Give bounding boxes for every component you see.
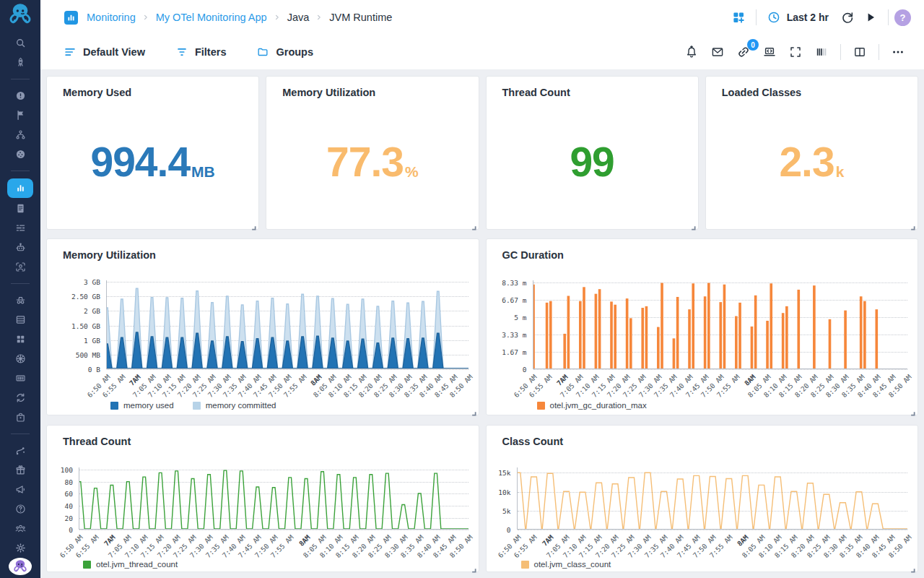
chart-card-gc-duration[interactable]: GC Duration8.33 m6.67 m5 m3.33 m1.67 m06… [486, 238, 919, 415]
mail-button[interactable] [706, 40, 729, 64]
stat-card-title: Thread Count [502, 87, 570, 98]
sidebar-item-globe[interactable] [7, 145, 33, 163]
chart-plot-area[interactable] [517, 467, 908, 530]
toolbar-divider [840, 44, 841, 60]
help-button[interactable]: ? [894, 9, 911, 26]
split-view-button[interactable] [848, 40, 871, 64]
y-tick-label: 1.50 GB [47, 322, 100, 330]
y-tick-label: 0 [47, 526, 73, 534]
time-range-label[interactable]: Last 2 hr [787, 12, 829, 23]
resize-handle[interactable] [909, 563, 915, 569]
refresh-icon [840, 10, 855, 25]
barcode-icon [14, 372, 27, 384]
y-tick-label: 0 [487, 366, 527, 374]
sidebar-item-settings[interactable] [7, 539, 33, 557]
chart-card-class-count[interactable]: Class Count15k10k5k06:50 AM6:55 AM7AM7:0… [486, 425, 919, 572]
groups-label: Groups [276, 46, 313, 58]
sidebar-item-search[interactable] [7, 34, 33, 52]
chart-plot-area[interactable] [106, 280, 468, 369]
time-range-button[interactable] [762, 6, 785, 29]
header-bar: MonitoringMy OTel Monitoring AppJavaJVM … [40, 0, 924, 35]
gear-icon [14, 542, 27, 554]
x-axis-labels: 6:50 AM6:55 AM7AM7:05 AM7:10 AM7:15 AM7:… [79, 530, 468, 563]
sidebar-item-sync[interactable] [7, 389, 33, 407]
sidebar-item-keyboard[interactable] [7, 369, 33, 387]
stat-value: 77.3% [326, 123, 419, 183]
sidebar-item-dashboards[interactable] [7, 178, 33, 198]
sidebar-item-tables[interactable] [7, 311, 33, 329]
resize-handle[interactable] [470, 406, 476, 413]
grid-icon [14, 333, 27, 345]
stat-card-thread-count[interactable]: Thread Count99 [486, 76, 699, 230]
sidebar-item-deployments[interactable] [7, 408, 33, 426]
sidebar-item-events[interactable] [7, 219, 33, 237]
chart-card-thread-count[interactable]: Thread Count1008060402006:50 AM6:55 AM7A… [46, 425, 479, 572]
split-columns-icon [853, 45, 867, 59]
breadcrumb-item-2[interactable]: My OTel Monitoring App [156, 12, 267, 23]
sidebar-item-alerts[interactable] [7, 87, 33, 105]
sidebar-item-flags[interactable] [7, 106, 33, 124]
resize-handle[interactable] [909, 220, 915, 227]
add-widget-button[interactable] [727, 6, 750, 29]
legend-label: otel.jvm_class_count [534, 560, 611, 569]
stat-card-memory-used[interactable]: Memory Used994.4MB [46, 76, 259, 230]
breadcrumb-item-1[interactable]: Monitoring [87, 12, 136, 23]
app-logo[interactable] [0, 0, 40, 29]
sidebar-item-bots[interactable] [7, 238, 33, 256]
play-button[interactable] [859, 6, 882, 29]
alert-circle-icon [14, 90, 27, 102]
resize-handle[interactable] [689, 220, 696, 227]
mail-icon [710, 45, 725, 59]
legend-item[interactable]: otel.jvm_class_count [521, 560, 611, 569]
legend-item[interactable]: memory used [110, 401, 174, 410]
chart-plot-area[interactable] [79, 467, 468, 530]
header-actions: Last 2 hr? [727, 6, 911, 29]
alarm-add-button[interactable] [680, 40, 703, 64]
sidebar-item-whats-new[interactable] [7, 461, 33, 479]
y-tick-label: 6.67 m [487, 296, 527, 304]
sidebar-item-topology[interactable] [7, 126, 33, 144]
chart-card-memory-utilization[interactable]: Memory Utilization3 GB2.50 GB2 GB1.50 GB… [46, 238, 479, 415]
default-view-button[interactable]: Default View [64, 46, 145, 59]
toolbar-divider [888, 9, 889, 25]
user-avatar[interactable] [9, 558, 32, 575]
stat-card-memory-utilization[interactable]: Memory Utilization77.3% [266, 76, 479, 230]
sidebar-item-apps[interactable] [7, 330, 33, 348]
sidebar-item-network[interactable] [7, 350, 33, 368]
sidebar-item-announcements[interactable] [7, 480, 33, 499]
x-axis-labels: 6:50 AM6:55 AM7AM7:05 AM7:10 AM7:15 AM7:… [106, 369, 468, 402]
toolbar-divider [756, 9, 757, 25]
filters-button[interactable]: Filters [175, 46, 227, 59]
ellipsis-icon [891, 45, 905, 59]
sidebar-item-community[interactable] [7, 519, 33, 538]
sidebar-item-logs[interactable] [7, 199, 33, 217]
terminal-button[interactable] [758, 40, 781, 64]
groups-button[interactable]: Groups [256, 46, 313, 59]
sidebar-item-help[interactable] [7, 500, 33, 518]
stat-card-loaded-classes[interactable]: Loaded Classes2.3k [705, 76, 918, 230]
y-tick-label: 8.33 m [487, 279, 527, 287]
stat-number: 2.3 [779, 142, 834, 183]
sidebar-divider [11, 434, 30, 434]
sidebar-item-incognito[interactable] [7, 291, 33, 309]
refresh-button[interactable] [836, 6, 859, 29]
sidebar-item-integrations[interactable] [7, 441, 33, 460]
legend-item[interactable]: memory committed [193, 401, 276, 410]
stat-card-title: Memory Used [63, 87, 131, 98]
resize-handle[interactable] [470, 220, 476, 227]
chart-series-svg [533, 280, 908, 368]
density-button[interactable] [810, 40, 833, 64]
fullscreen-button[interactable] [784, 40, 807, 64]
sidebar-item-profiling[interactable] [7, 258, 33, 276]
chart-title: Memory Utilization [63, 249, 156, 261]
sidebar-item-launch[interactable] [7, 53, 33, 72]
legend-item[interactable]: otel.jvm_gc_duration_max [537, 401, 647, 410]
more-button[interactable] [886, 40, 910, 64]
legend-item[interactable]: otel.jvm_thread_count [83, 560, 178, 569]
share-link-button[interactable]: 0 [732, 40, 755, 64]
stat-cards-row: Memory Used994.4MBMemory Utilization77.3… [46, 76, 918, 230]
resize-handle[interactable] [250, 220, 256, 227]
resize-handle[interactable] [470, 563, 476, 569]
resize-handle[interactable] [909, 406, 915, 413]
chart-plot-area[interactable] [533, 280, 908, 369]
